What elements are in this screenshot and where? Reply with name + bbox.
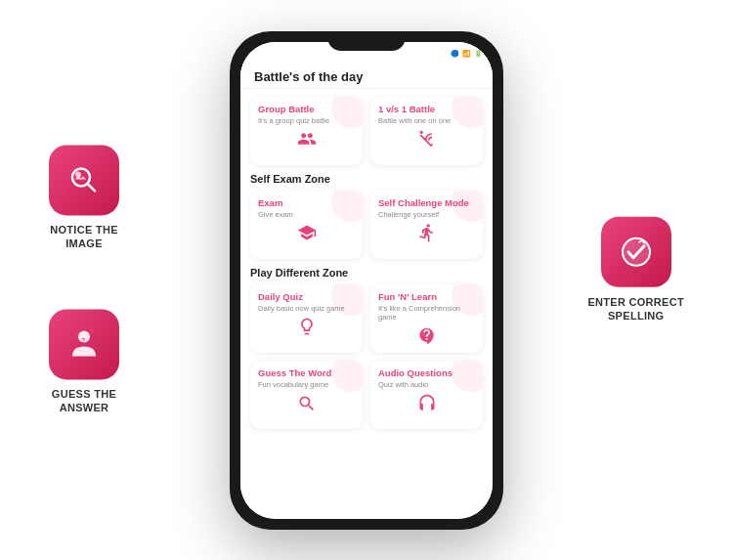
left-feature-icons: NOTICE THEIMAGE ? ? ? GUESS THEANSWER <box>49 145 119 415</box>
fun-learn-icon <box>378 326 475 346</box>
enter-spelling-icon-box <box>601 216 671 286</box>
bluetooth-icon: 🔵 <box>451 50 459 58</box>
guess-answer-label: GUESS THEANSWER <box>52 388 116 416</box>
fun-learn-card[interactable]: Fun 'N' Learn It's like a Comprehension … <box>370 284 483 354</box>
app-title: Battle's of the day <box>254 69 363 84</box>
battle-1v1-icon <box>378 129 475 149</box>
notice-image-feature: NOTICE THEIMAGE <box>49 145 119 251</box>
enter-spelling-icon <box>617 232 656 271</box>
bottom-cards-row: Guess The Word Fun vocabulary game Audio… <box>250 361 483 429</box>
daily-quiz-icon <box>258 317 355 336</box>
wifi-icon: 📶 <box>462 50 471 58</box>
guess-word-card[interactable]: Guess The Word Fun vocabulary game <box>250 361 363 429</box>
play-different-section-title: Play Different Zone <box>250 267 483 279</box>
svg-point-7 <box>623 237 650 265</box>
self-challenge-icon <box>378 223 475 242</box>
status-icons: 🔵 📶 🔋 <box>451 50 483 58</box>
battle-1v1-card[interactable]: 1 v/s 1 Battle Battle with one on one <box>370 97 483 165</box>
self-exam-cards-row: Exam Give exam Self Challenge Mode Chall… <box>250 191 483 259</box>
self-exam-section-title: Self Exam Zone <box>250 173 483 185</box>
exam-card[interactable]: Exam Give exam <box>250 191 363 259</box>
exam-icon <box>258 223 355 242</box>
phone-notch <box>327 31 406 51</box>
svg-text:?: ? <box>74 332 79 341</box>
group-battle-card[interactable]: Group Battle It's a group quiz battle <box>250 97 363 165</box>
notice-image-icon-box <box>49 145 119 215</box>
notice-image-label: NOTICE THEIMAGE <box>50 223 118 251</box>
svg-text:?: ? <box>89 328 94 337</box>
group-battle-icon <box>258 129 355 149</box>
phone-outer: 🔵 📶 🔋 Battle's of the day Group <box>230 31 503 530</box>
guess-answer-icon: ? ? ? <box>65 325 104 365</box>
svg-line-1 <box>88 183 96 191</box>
right-feature-icons: ENTER CORRECTSPELLING <box>587 216 684 323</box>
svg-text:?: ? <box>81 338 85 345</box>
audio-questions-icon <box>378 394 475 413</box>
battle-cards-row: Group Battle It's a group quiz battle 1 … <box>250 97 483 165</box>
play-different-cards-row: Daily Quiz Daily basic now quiz game Fun… <box>250 284 483 354</box>
battery-icon: 🔋 <box>474 50 483 58</box>
guess-answer-feature: ? ? ? GUESS THEANSWER <box>49 310 119 416</box>
guess-word-icon <box>258 394 355 413</box>
app-content: Group Battle It's a group quiz battle 1 … <box>240 89 493 446</box>
enter-spelling-label: ENTER CORRECTSPELLING <box>587 294 684 323</box>
phone-mockup: 🔵 📶 🔋 Battle's of the day Group <box>230 31 503 530</box>
notice-image-icon <box>65 160 104 199</box>
phone-inner: 🔵 📶 🔋 Battle's of the day Group <box>240 42 493 519</box>
self-challenge-card[interactable]: Self Challenge Mode Challenge yourself <box>370 191 483 259</box>
daily-quiz-card[interactable]: Daily Quiz Daily basic now quiz game <box>250 284 363 354</box>
app-header: Battle's of the day <box>240 64 493 89</box>
guess-answer-icon-box: ? ? ? <box>49 310 119 380</box>
phone-screen: 🔵 📶 🔋 Battle's of the day Group <box>240 42 493 519</box>
audio-questions-card[interactable]: Audio Questions Quiz with audio <box>370 361 483 429</box>
enter-spelling-feature: ENTER CORRECTSPELLING <box>587 216 684 323</box>
